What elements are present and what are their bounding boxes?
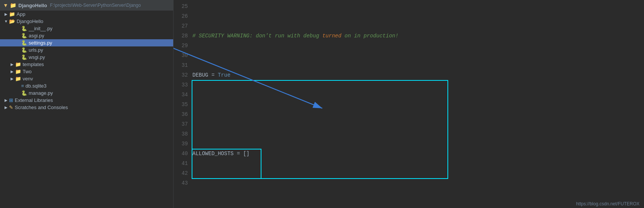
installed-apps-highlight-box	[192, 80, 448, 179]
project-name: DjangoHello	[18, 3, 47, 8]
project-path: F:\projects\Web-Server\PythonServer\Djan…	[50, 3, 141, 8]
arrow-icon: ▶	[9, 62, 15, 66]
sidebar-item-two[interactable]: ▶ 📁 Two	[0, 68, 173, 75]
sidebar-item-label: db.sqlite3	[26, 83, 47, 89]
scratch-icon: ✎	[9, 105, 13, 110]
sidebar-item-label: __init__.py	[29, 26, 52, 31]
sidebar-item-label: App	[17, 11, 25, 17]
sidebar-item-db[interactable]: ≡ db.sqlite3	[0, 82, 173, 89]
sidebar-item-urls[interactable]: 🐍 urls.py	[0, 46, 173, 54]
arrow-icon: ▶	[3, 12, 9, 16]
bottom-bar: https://blog.csdn.net/FUTEROX	[572, 200, 644, 208]
code-line-29	[192, 188, 644, 198]
ext-icon: ⊞	[9, 97, 13, 103]
sidebar-item-settings[interactable]: 🐍 settings.py	[0, 39, 173, 46]
code-line-28: ALLOWED_HOSTS = []	[192, 149, 644, 159]
arrow-icon: ▶	[3, 98, 9, 102]
sidebar-item-asgi[interactable]: 🐍 asgi.py	[0, 32, 173, 39]
folder-open-icon: 📂	[9, 18, 15, 24]
sidebar-item-label: venv	[23, 76, 33, 82]
sidebar-item-label: Scratches and Consoles	[15, 105, 68, 110]
py-icon: 🐍	[21, 90, 27, 96]
sidebar-item-manage[interactable]: 🐍 manage.py	[0, 89, 173, 97]
py-icon: 🐍	[21, 47, 27, 53]
sidebar-item-init[interactable]: 🐍 __init__.py	[0, 25, 173, 32]
sidebar-item-venv[interactable]: ▶ 📁 venv	[0, 75, 173, 82]
sidebar: ▼ 📁 DjangoHello F:\projects\Web-Server\P…	[0, 0, 174, 208]
sidebar-item-templates[interactable]: ▶ 📁 templates	[0, 61, 173, 68]
sidebar-item-app[interactable]: ▶ 📁 App	[0, 11, 173, 18]
sidebar-item-label: asgi.py	[29, 33, 44, 39]
db-icon: ≡	[21, 83, 24, 89]
sidebar-item-label: Two	[23, 69, 32, 74]
py-icon: 🐍	[21, 33, 27, 39]
sidebar-item-label: settings.py	[29, 40, 52, 46]
sidebar-item-label: urls.py	[29, 47, 43, 53]
arrow-icon: ▶	[9, 77, 15, 81]
code-editor: 25 26 27 28 29 30 31 32 33 34 35 36 37 3…	[174, 0, 644, 208]
py-icon: 🐍	[21, 40, 27, 46]
code-content[interactable]: # SECURITY WARNING: don't run with debug…	[192, 2, 644, 206]
folder-icon: 📁	[15, 62, 21, 67]
code-area: 25 26 27 28 29 30 31 32 33 34 35 36 37 3…	[174, 0, 644, 208]
folder-icon: 📁	[15, 76, 21, 82]
arrow-icon: ▶	[3, 105, 9, 109]
sidebar-item-wsgi[interactable]: 🐍 wsgi.py	[0, 54, 173, 61]
sidebar-item-external-libs[interactable]: ▶ ⊞ External Libraries	[0, 97, 173, 104]
project-folder-icon: ▼ 📁	[3, 2, 16, 8]
sidebar-item-label: DjangoHello	[17, 18, 43, 24]
folder-icon: 📁	[15, 69, 21, 74]
sidebar-item-label: wsgi.py	[29, 54, 45, 60]
code-line-25: # SECURITY WARNING: don't run with debug…	[192, 31, 644, 41]
blog-url: https://blog.csdn.net/FUTEROX	[576, 201, 639, 206]
sidebar-item-label: templates	[23, 62, 44, 67]
arrow-icon: ▶	[9, 69, 15, 74]
line-numbers: 25 26 27 28 29 30 31 32 33 34 35 36 37 3…	[174, 2, 192, 206]
code-line-27	[192, 109, 644, 119]
py-icon: 🐍	[21, 26, 27, 31]
sidebar-item-djangohello[interactable]: ▼ 📂 DjangoHello	[0, 18, 173, 25]
sidebar-item-scratches[interactable]: ▶ ✎ Scratches and Consoles	[0, 104, 173, 111]
folder-icon: 📁	[9, 11, 15, 17]
sidebar-item-label: External Libraries	[15, 97, 53, 103]
arrow-icon: ▼	[3, 19, 9, 23]
py-icon: 🐍	[21, 54, 27, 60]
sidebar-title: ▼ 📁 DjangoHello F:\projects\Web-Server\P…	[0, 0, 173, 11]
code-line-26: DEBUG = True	[192, 70, 644, 80]
sidebar-item-label: manage.py	[29, 90, 53, 96]
